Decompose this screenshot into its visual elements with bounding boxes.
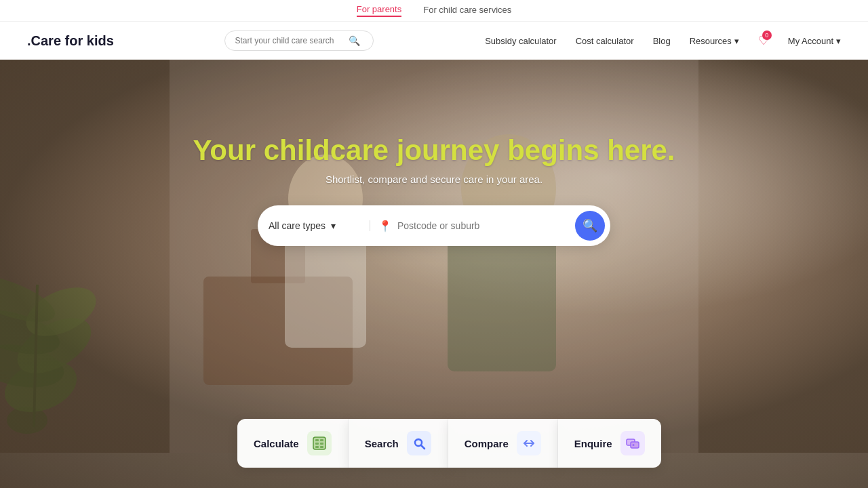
svg-rect-27	[631, 442, 639, 448]
nav-heart[interactable]: ♡ 0	[758, 33, 769, 48]
search-widget: All care types ▾ 📍 🔍	[258, 205, 610, 246]
location-input-wrap: 📍	[378, 220, 575, 232]
heart-badge: 0	[762, 30, 772, 40]
calculate-icon	[307, 431, 332, 455]
nav-search-input[interactable]	[235, 36, 343, 45]
svg-rect-18	[315, 439, 319, 441]
svg-rect-17	[313, 437, 326, 449]
main-nav: .Care for kids 🔍 Subsidy calculator Cost…	[0, 22, 868, 60]
search-icon: 🔍	[583, 218, 597, 233]
enquire-label: Enquire	[574, 438, 612, 449]
svg-rect-21	[320, 443, 323, 445]
hero-section: Your childcare journey begins here. Shor…	[0, 60, 868, 488]
calculate-label: Calculate	[254, 438, 299, 449]
hero-content: Your childcare journey begins here. Shor…	[0, 60, 868, 287]
top-nav-for-parents[interactable]: For parents	[357, 4, 401, 17]
action-card-search[interactable]: Search	[349, 419, 448, 468]
logo[interactable]: .Care for kids	[27, 33, 114, 49]
enquire-icon	[620, 431, 645, 455]
care-type-dropdown[interactable]: All care types ▾	[269, 220, 370, 231]
chevron-down-icon: ▾	[734, 36, 739, 46]
svg-rect-19	[320, 439, 323, 441]
svg-line-25	[421, 445, 425, 449]
nav-my-account[interactable]: My Account ▾	[788, 36, 841, 46]
action-card-compare[interactable]: Compare	[448, 419, 558, 468]
care-type-label: All care types	[269, 220, 326, 231]
nav-search-bar[interactable]: 🔍	[224, 30, 374, 51]
nav-blog[interactable]: Blog	[653, 36, 671, 46]
nav-subsidy-calculator[interactable]: Subsidy calculator	[485, 36, 557, 46]
search-button[interactable]: 🔍	[575, 211, 605, 241]
svg-rect-20	[315, 443, 319, 445]
compare-icon	[517, 431, 541, 455]
action-card-calculate[interactable]: Calculate	[237, 419, 349, 468]
care-type-chevron-icon: ▾	[331, 220, 336, 231]
top-nav-for-childcare[interactable]: For child care services	[423, 5, 511, 16]
pin-icon: 📍	[378, 220, 392, 232]
location-input[interactable]	[397, 220, 575, 231]
svg-rect-23	[320, 446, 323, 448]
search-card-label: Search	[365, 438, 399, 449]
search-icon-nav: 🔍	[349, 35, 360, 46]
svg-point-28	[632, 444, 634, 446]
nav-right: Subsidy calculator Cost calculator Blog …	[485, 33, 841, 48]
hero-subtitle: Shortlist, compare and secure care in yo…	[326, 174, 542, 185]
action-cards: Calculate Search	[237, 419, 631, 468]
hero-title: Your childcare journey begins here.	[193, 134, 675, 167]
svg-rect-22	[315, 446, 319, 448]
chevron-down-icon-account: ▾	[836, 36, 841, 46]
compare-label: Compare	[465, 438, 509, 449]
search-card-icon	[407, 431, 431, 455]
top-nav: For parents For child care services	[0, 0, 868, 22]
nav-cost-calculator[interactable]: Cost calculator	[576, 36, 634, 46]
action-card-enquire[interactable]: Enquire	[558, 419, 661, 468]
nav-resources[interactable]: Resources ▾	[690, 36, 739, 46]
